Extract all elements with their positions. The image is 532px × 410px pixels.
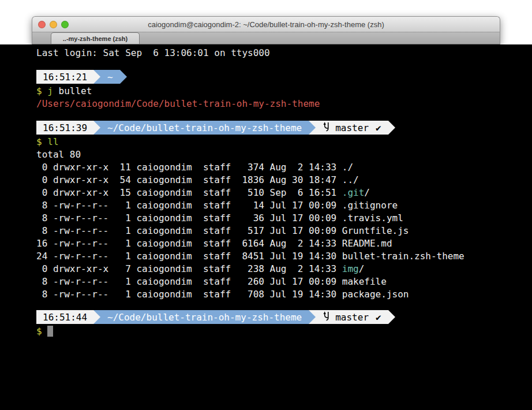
ls-row-details: 16 -rw-r--r-- 1 caiogondim staff 6164 Au… (36, 238, 342, 249)
ls-row-suffix: / (364, 187, 370, 198)
tab-active[interactable]: ..-my-zsh-theme (zsh) (51, 32, 140, 44)
prompt-line: 16:51:44 ~/Code/bullet-train-oh-my-zsh-t… (36, 310, 532, 324)
ls-row-filename: .git (342, 187, 365, 198)
terminal-window: caiogondim@caiogondim-2: ~/Code/bullet-t… (32, 16, 500, 44)
window-titlebar[interactable]: caiogondim@caiogondim-2: ~/Code/bullet-t… (32, 16, 500, 32)
powerline-arrow-icon (120, 70, 127, 84)
powerline-arrow-icon (309, 310, 316, 324)
prompt-git-segment: master ✔ (316, 121, 388, 135)
prompt-path-segment: ~/Code/bullet-train-oh-my-zsh-theme (100, 310, 309, 324)
ls-row: 8 -rw-r--r-- 1 caiogondim staff 708 Jul … (36, 288, 532, 301)
ls-row: 0 drwxr-xr-x 7 caiogondim staff 238 Aug … (36, 263, 532, 275)
prompt-path-segment: ~ (100, 70, 120, 84)
ls-row-details: 0 drwxr-xr-x 7 caiogondim staff 238 Aug … (36, 263, 342, 274)
ls-row: 8 -rw-r--r-- 1 caiogondim staff 517 Jul … (36, 225, 532, 237)
tab-label: ..-my-zsh-theme (zsh) (63, 35, 128, 42)
command-args: bullet (53, 85, 92, 96)
ls-row-details: 8 -rw-r--r-- 1 caiogondim staff 14 Jul 1… (36, 200, 342, 211)
ls-row: 8 -rw-r--r-- 1 caiogondim staff 14 Jul 1… (36, 199, 532, 212)
prompt-line: 16:51:39 ~/Code/bullet-train-oh-my-zsh-t… (36, 121, 532, 135)
powerline-arrow-icon (93, 310, 100, 324)
prompt-line: 16:51:21 ~ (36, 70, 532, 84)
ls-row: 0 drwxr-xr-x 11 caiogondim staff 374 Aug… (36, 161, 532, 174)
ls-row: 24 -rw-r--r-- 1 caiogondim staff 8451 Ju… (36, 250, 532, 263)
traffic-lights (38, 17, 69, 32)
ls-output: 0 drwxr-xr-x 11 caiogondim staff 374 Aug… (36, 161, 532, 301)
ls-row-filename: img (342, 263, 359, 274)
powerline-arrow-icon (309, 121, 316, 135)
git-clean-check-icon: ✔ (376, 122, 381, 133)
prompt-symbol: $ (36, 85, 42, 96)
ls-row-suffix: / (359, 263, 365, 274)
ls-row-details: 8 -rw-r--r-- 1 caiogondim staff 260 Jul … (36, 276, 342, 287)
prompt-time-segment: 16:51:44 (36, 310, 93, 324)
powerline-arrow-icon (388, 310, 395, 324)
ls-row-filename: README.md (342, 238, 392, 249)
ls-row-filename: bullet-train.zsh-theme (342, 251, 464, 262)
git-branch-name: master (335, 312, 369, 323)
ls-row-filename: package.json (342, 289, 409, 300)
git-branch-name: master (335, 122, 369, 133)
ls-row-filename: .gitignore (342, 200, 398, 211)
ls-row-filename: .travis.yml (342, 213, 403, 223)
ls-row: 8 -rw-r--r-- 1 caiogondim staff 260 Jul … (36, 275, 532, 288)
last-login-line: Last login: Sat Sep 6 13:06:01 on ttys00… (36, 47, 532, 59)
command-line: $ j bullet (36, 85, 532, 98)
prompt-time-segment: 16:51:21 (36, 70, 93, 84)
ls-total-line: total 80 (36, 148, 532, 161)
zoom-button[interactable] (61, 21, 69, 28)
command-name: ll (47, 136, 58, 147)
powerline-arrow-icon (93, 121, 100, 135)
git-branch-icon (323, 311, 330, 324)
close-button[interactable] (38, 21, 46, 28)
ls-row-details: 0 drwxr-xr-x 11 caiogondim staff 374 Aug… (36, 162, 342, 173)
ls-row-filename: ./ (342, 162, 353, 173)
minimize-button[interactable] (50, 21, 57, 28)
ls-row: 0 drwxr-xr-x 54 caiogondim staff 1836 Au… (36, 174, 532, 187)
ls-row: 8 -rw-r--r-- 1 caiogondim staff 36 Jul 1… (36, 212, 532, 225)
ls-row: 16 -rw-r--r-- 1 caiogondim staff 6164 Au… (36, 237, 532, 250)
ls-row: 0 drwxr-xr-x 15 caiogondim staff 510 Sep… (36, 187, 532, 199)
prompt-git-segment: master ✔ (316, 310, 388, 324)
ls-row-filename: Gruntfile.js (342, 225, 409, 236)
terminal-cursor (47, 326, 53, 337)
prompt-time-segment: 16:51:39 (36, 121, 93, 135)
tab-bar[interactable]: ..-my-zsh-theme (zsh) (32, 32, 500, 44)
ls-row-details: 24 -rw-r--r-- 1 caiogondim staff 8451 Ju… (36, 251, 342, 262)
powerline-arrow-icon (93, 70, 100, 84)
prompt-symbol: $ (36, 326, 42, 337)
ls-row-details: 0 drwxr-xr-x 54 caiogondim staff 1836 Au… (36, 174, 342, 185)
ls-row-details: 0 drwxr-xr-x 15 caiogondim staff 510 Sep… (36, 187, 342, 198)
window-title: caiogondim@caiogondim-2: ~/Code/bullet-t… (148, 20, 384, 29)
command-name: j (47, 85, 53, 96)
command-line: $ ll (36, 136, 532, 148)
git-clean-check-icon: ✔ (376, 312, 381, 323)
git-branch-icon (323, 121, 330, 135)
ls-row-filename: ../ (342, 174, 359, 185)
powerline-arrow-icon (388, 121, 395, 135)
ls-row-details: 8 -rw-r--r-- 1 caiogondim staff 517 Jul … (36, 225, 342, 236)
jump-output-line: /Users/caiogondim/Code/bullet-train-oh-m… (36, 98, 532, 110)
terminal-screen[interactable]: Last login: Sat Sep 6 13:06:01 on ttys00… (0, 44, 532, 410)
ls-row-filename: makefile (342, 276, 387, 287)
ls-row-details: 8 -rw-r--r-- 1 caiogondim staff 36 Jul 1… (36, 213, 342, 223)
active-command-line[interactable]: $ (36, 325, 532, 338)
prompt-path-segment: ~/Code/bullet-train-oh-my-zsh-theme (100, 121, 309, 135)
ls-row-details: 8 -rw-r--r-- 1 caiogondim staff 708 Jul … (36, 289, 342, 300)
prompt-symbol: $ (36, 136, 42, 147)
